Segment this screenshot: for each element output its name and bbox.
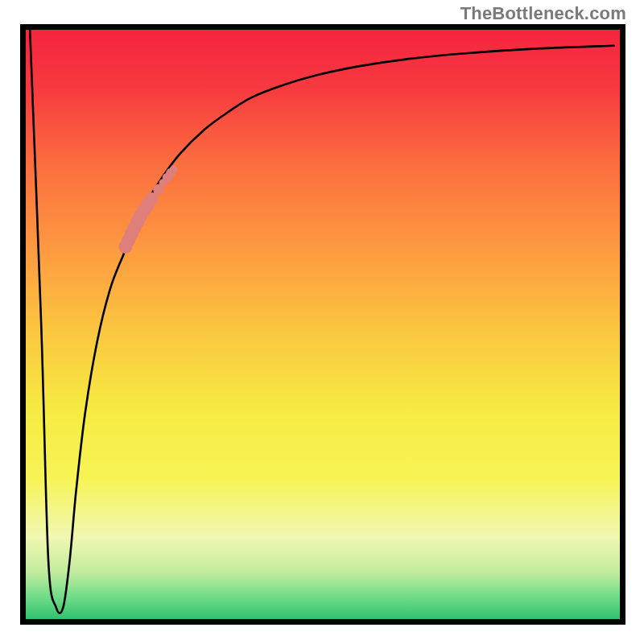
gradient-background	[26, 30, 620, 619]
plot-area	[26, 30, 620, 619]
plot-svg	[26, 30, 620, 619]
chart-root: TheBottleneck.com	[0, 0, 644, 644]
plot-frame	[20, 24, 625, 625]
highlight-marker	[170, 165, 178, 173]
watermark-text: TheBottleneck.com	[460, 3, 626, 24]
highlight-marker	[145, 192, 158, 205]
